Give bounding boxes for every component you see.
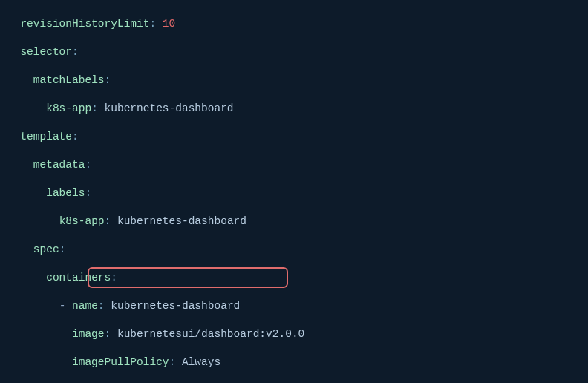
code-line: labels:	[3, 186, 588, 200]
code-line: spec:	[3, 243, 588, 257]
code-line: image: kubernetesui/dashboard:v2.0.0	[3, 327, 588, 341]
yaml-key: template	[20, 131, 72, 143]
code-line: revisionHistoryLimit: 10	[3, 17, 588, 31]
yaml-string: kubernetes-dashboard	[117, 215, 246, 227]
code-line: k8s-app: kubernetes-dashboard	[3, 215, 588, 229]
yaml-key: revisionHistoryLimit	[20, 18, 149, 30]
yaml-string: Always	[182, 356, 220, 368]
yaml-number: 10	[163, 18, 175, 30]
code-line: selector:	[3, 45, 588, 59]
yaml-string: kubernetesui/dashboard:v2.0.0	[117, 328, 304, 340]
yaml-editor: revisionHistoryLimit: 10 selector: match…	[0, 0, 588, 383]
yaml-string: kubernetes-dashboard	[105, 102, 234, 114]
yaml-key: k8s-app	[46, 102, 91, 114]
code-line: matchLabels:	[3, 73, 588, 88]
yaml-string: kubernetes-dashboard	[111, 300, 240, 312]
yaml-key: spec	[33, 243, 59, 255]
code-line: k8s-app: kubernetes-dashboard	[3, 102, 588, 116]
code-line: imagePullPolicy: Always	[3, 356, 588, 370]
yaml-key: matchLabels	[33, 74, 105, 86]
code-line: - name: kubernetes-dashboard	[3, 299, 588, 313]
yaml-key: labels	[46, 187, 85, 199]
code-line: containers:	[3, 271, 588, 285]
code-line: metadata:	[3, 158, 588, 172]
yaml-key: imagePullPolicy	[72, 356, 169, 368]
yaml-key: image	[72, 328, 105, 340]
yaml-key: k8s-app	[59, 215, 105, 227]
yaml-key: name	[72, 300, 98, 312]
code-line: template:	[3, 130, 588, 144]
yaml-key: selector	[20, 46, 72, 58]
yaml-key: metadata	[33, 159, 85, 171]
yaml-key: containers	[46, 272, 111, 284]
